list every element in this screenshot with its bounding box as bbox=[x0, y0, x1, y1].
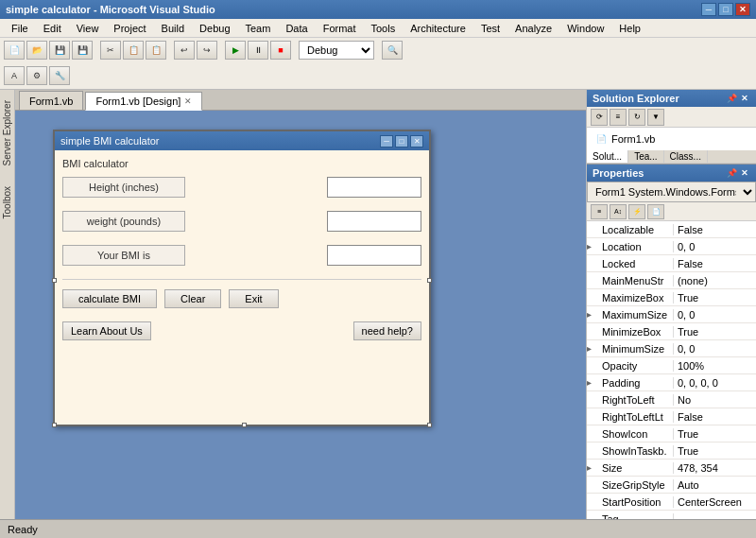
prop-row-righttoleft[interactable]: RightToLeftNo bbox=[587, 391, 756, 408]
se-tab-class[interactable]: Class... bbox=[664, 150, 708, 163]
tb-extra2[interactable]: ⚙ bbox=[26, 66, 47, 85]
resize-handle-bl[interactable] bbox=[52, 423, 57, 427]
prop-row-padding[interactable]: ▸Padding0, 0, 0, 0 bbox=[587, 374, 756, 391]
weight-input[interactable] bbox=[327, 211, 421, 232]
se-collapse-btn[interactable]: ▼ bbox=[647, 109, 664, 126]
menu-view[interactable]: View bbox=[69, 21, 107, 36]
form-maximize[interactable]: □ bbox=[395, 135, 408, 148]
menu-project[interactable]: Project bbox=[106, 21, 153, 36]
bmi-output[interactable] bbox=[327, 245, 421, 266]
menu-analyze[interactable]: Analyze bbox=[507, 21, 559, 36]
resize-handle-ml[interactable] bbox=[52, 278, 57, 283]
se-refresh-btn[interactable]: ↻ bbox=[628, 109, 645, 126]
prop-expand-icon[interactable]: ▸ bbox=[587, 377, 598, 388]
close-button[interactable]: ✕ bbox=[735, 3, 750, 16]
debug-config-select[interactable]: Debug Release bbox=[299, 41, 374, 60]
prop-row-opacity[interactable]: Opacity100% bbox=[587, 357, 756, 374]
tab-form1vb[interactable]: Form1.vb bbox=[19, 91, 83, 110]
tb-start[interactable]: ▶ bbox=[225, 41, 246, 60]
tb-save[interactable]: 💾 bbox=[49, 41, 70, 60]
tb-stop[interactable]: ■ bbox=[270, 41, 291, 60]
prop-row-locked[interactable]: LockedFalse bbox=[587, 255, 756, 272]
menu-help[interactable]: Help bbox=[611, 21, 648, 36]
prop-row-mainmenustr[interactable]: MainMenuStr(none) bbox=[587, 272, 756, 289]
resize-handle-br[interactable] bbox=[427, 423, 432, 427]
learn-about-us-button[interactable]: Learn About Us bbox=[62, 321, 151, 340]
se-sync-btn[interactable]: ⟳ bbox=[591, 109, 608, 126]
toolbox-tab[interactable]: Toolbox bbox=[0, 180, 14, 225]
prop-expand-icon[interactable]: ▸ bbox=[587, 241, 598, 252]
resize-handle-mr[interactable] bbox=[427, 278, 432, 283]
menu-format[interactable]: Format bbox=[316, 21, 364, 36]
menu-edit[interactable]: Edit bbox=[36, 21, 69, 36]
se-tab-team[interactable]: Tea... bbox=[628, 150, 663, 163]
se-tab-solution[interactable]: Solut... bbox=[587, 150, 628, 163]
center-col: Form1.vb Form1.vb [Design] ✕ simple BMI … bbox=[15, 90, 586, 519]
form-minimize[interactable]: ─ bbox=[380, 135, 393, 148]
properties-object-select[interactable]: Form1 System.Windows.Forms.Fo bbox=[587, 182, 756, 202]
props-close-icon[interactable]: ✕ bbox=[739, 167, 750, 179]
prop-row-localizable[interactable]: LocalizableFalse bbox=[587, 221, 756, 238]
tb-extra1[interactable]: A bbox=[4, 66, 25, 85]
tb-undo[interactable]: ↩ bbox=[174, 41, 195, 60]
prop-row-minimumsize[interactable]: ▸MinimumSize0, 0 bbox=[587, 340, 756, 357]
se-item-form1vb[interactable]: 📄 Form1.vb bbox=[591, 131, 752, 147]
menu-test[interactable]: Test bbox=[473, 21, 507, 36]
tb-copy[interactable]: 📋 bbox=[123, 41, 144, 60]
tb-cut[interactable]: ✂ bbox=[100, 41, 121, 60]
tb-open[interactable]: 📂 bbox=[26, 41, 47, 60]
tab-close-icon[interactable]: ✕ bbox=[184, 96, 192, 106]
tb-search[interactable]: 🔍 bbox=[382, 41, 403, 60]
form-close[interactable]: ✕ bbox=[410, 135, 423, 148]
prop-row-minimizebox[interactable]: MinimizeBoxTrue bbox=[587, 323, 756, 340]
menu-team[interactable]: Team bbox=[238, 21, 279, 36]
exit-button[interactable]: Exit bbox=[229, 289, 278, 308]
prop-row-size[interactable]: ▸Size478, 354 bbox=[587, 460, 756, 477]
tb-new[interactable]: 📄 bbox=[4, 41, 25, 60]
menu-window[interactable]: Window bbox=[559, 21, 611, 36]
prop-category-btn[interactable]: ≡ bbox=[591, 204, 608, 219]
maximize-button[interactable]: □ bbox=[718, 3, 733, 16]
form-titlebar: simple BMI calculator ─ □ ✕ bbox=[55, 131, 429, 150]
calculate-bmi-button[interactable]: calculate BMI bbox=[62, 289, 157, 308]
menu-tools[interactable]: Tools bbox=[364, 21, 404, 36]
prop-row-location[interactable]: ▸Location0, 0 bbox=[587, 238, 756, 255]
prop-row-maximizebox[interactable]: MaximizeBoxTrue bbox=[587, 289, 756, 306]
tb-saveall[interactable]: 💾 bbox=[72, 41, 93, 60]
prop-row-righttoleftlt[interactable]: RightToLeftLtFalse bbox=[587, 408, 756, 425]
prop-expand-icon[interactable]: ▸ bbox=[587, 309, 598, 320]
menu-debug[interactable]: Debug bbox=[192, 21, 237, 36]
prop-row-showintaskb-[interactable]: ShowInTaskb.True bbox=[587, 443, 756, 460]
prop-alpha-btn[interactable]: A↕ bbox=[610, 204, 627, 219]
tb-pause[interactable]: ⏸ bbox=[248, 41, 268, 60]
prop-expand-icon[interactable]: ▸ bbox=[587, 343, 598, 354]
prop-row-maximumsize[interactable]: ▸MaximumSize0, 0 bbox=[587, 306, 756, 323]
tab-form1vb-design[interactable]: Form1.vb [Design] ✕ bbox=[85, 92, 202, 111]
designer-area[interactable]: simple BMI calculator ─ □ ✕ BMI calculat… bbox=[15, 111, 586, 519]
props-pin-icon[interactable]: 📌 bbox=[726, 167, 737, 179]
server-explorer-tab[interactable]: Server Explorer bbox=[0, 94, 14, 172]
tb-extra3[interactable]: 🔧 bbox=[49, 66, 70, 85]
prop-row-startposition[interactable]: StartPositionCenterScreen bbox=[587, 494, 756, 511]
prop-row-showicon[interactable]: ShowIconTrue bbox=[587, 425, 756, 443]
prop-pages-btn[interactable]: 📄 bbox=[647, 204, 664, 219]
prop-row-sizegripstyle[interactable]: SizeGripStyleAuto bbox=[587, 477, 756, 494]
resize-handle-bm[interactable] bbox=[242, 423, 247, 427]
se-pin-icon[interactable]: 📌 bbox=[726, 93, 737, 104]
minimize-button[interactable]: ─ bbox=[701, 3, 716, 16]
height-input[interactable] bbox=[327, 177, 421, 198]
menu-data[interactable]: Data bbox=[278, 21, 315, 36]
prop-expand-icon[interactable]: ▸ bbox=[587, 462, 598, 473]
menu-file[interactable]: File bbox=[4, 21, 36, 36]
menu-build[interactable]: Build bbox=[154, 21, 192, 36]
tb-redo[interactable]: ↪ bbox=[197, 41, 217, 60]
prop-value-label: True bbox=[674, 428, 756, 440]
se-props-btn[interactable]: ≡ bbox=[610, 109, 627, 126]
tb-paste[interactable]: 📋 bbox=[146, 41, 166, 60]
se-close-icon[interactable]: ✕ bbox=[739, 93, 750, 104]
need-help-button[interactable]: need help? bbox=[353, 321, 421, 340]
prop-row-tag[interactable]: Tag bbox=[587, 511, 756, 519]
clear-button[interactable]: Clear bbox=[164, 289, 221, 308]
prop-events-btn[interactable]: ⚡ bbox=[628, 204, 645, 219]
menu-architecture[interactable]: Architecture bbox=[403, 21, 473, 36]
